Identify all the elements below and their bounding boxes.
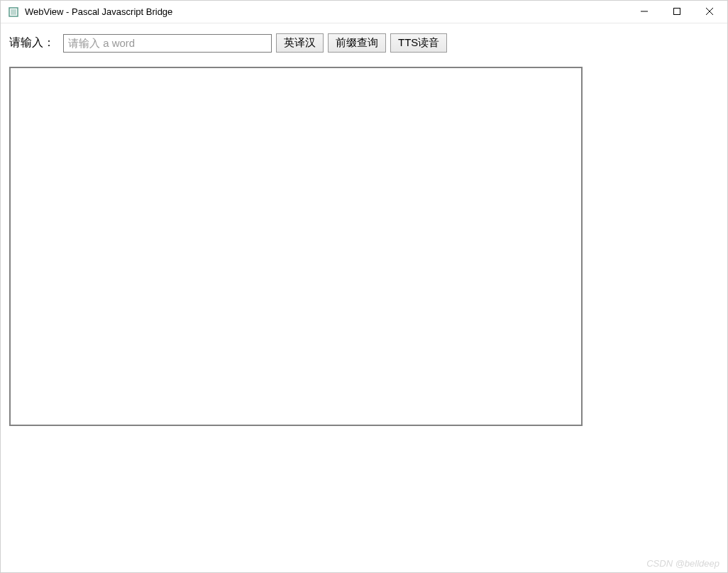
translate-button[interactable]: 英译汉 bbox=[276, 33, 324, 53]
input-row: 请输入： 英译汉 前缀查询 TTS读音 bbox=[9, 33, 719, 53]
result-box bbox=[9, 67, 583, 426]
word-input[interactable] bbox=[63, 34, 272, 53]
input-label: 请输入： bbox=[9, 36, 55, 50]
svg-rect-1 bbox=[11, 9, 16, 15]
window-title: WebView - Pascal Javascript Bridge bbox=[25, 6, 628, 17]
svg-rect-3 bbox=[674, 9, 680, 15]
window-controls bbox=[628, 1, 726, 23]
app-window: WebView - Pascal Javascript Bridge bbox=[0, 0, 728, 573]
app-icon bbox=[8, 6, 19, 18]
content-area: 请输入： 英译汉 前缀查询 TTS读音 bbox=[1, 23, 727, 572]
tts-button[interactable]: TTS读音 bbox=[390, 33, 447, 53]
close-icon bbox=[706, 8, 713, 15]
maximize-icon bbox=[673, 8, 680, 15]
watermark: CSDN @belldeep bbox=[646, 558, 719, 569]
minimize-button[interactable] bbox=[628, 1, 661, 22]
prefix-query-button[interactable]: 前缀查询 bbox=[328, 33, 386, 53]
titlebar: WebView - Pascal Javascript Bridge bbox=[1, 1, 727, 23]
close-button[interactable] bbox=[693, 1, 726, 22]
maximize-button[interactable] bbox=[661, 1, 693, 22]
minimize-icon bbox=[641, 8, 648, 15]
